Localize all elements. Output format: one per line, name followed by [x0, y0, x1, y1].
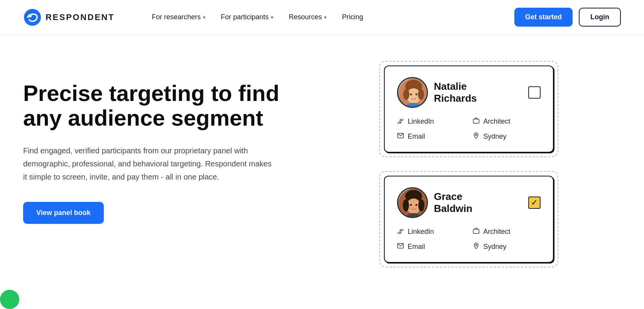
card-header-grace: Grace Baldwin: [397, 187, 541, 218]
checkbox-grace[interactable]: [528, 196, 541, 209]
detail-location-grace: Sydney: [473, 242, 541, 251]
logo-link[interactable]: RESPONDENT: [23, 8, 115, 27]
briefcase-svg: [473, 117, 480, 124]
name-grace: Grace Baldwin: [434, 191, 473, 215]
hero-section: Precise targeting to find any audience s…: [0, 35, 644, 308]
svg-point-6: [418, 89, 424, 100]
person-natalie: Natalie Richards: [397, 77, 477, 108]
email-svg: [397, 132, 404, 139]
email-svg-2: [397, 242, 404, 249]
nav-actions: Get started Login: [514, 8, 621, 27]
hero-left: Precise targeting to find any audience s…: [23, 65, 293, 224]
name-natalie: Natalie Richards: [434, 81, 477, 104]
location-svg-2: [473, 242, 480, 249]
nav-label-for-participants: For participants: [221, 13, 269, 21]
detail-job-natalie: Architect: [473, 117, 541, 126]
nav-item-pricing[interactable]: Pricing: [336, 9, 369, 25]
login-button[interactable]: Login: [579, 8, 621, 27]
detail-email-grace: Email: [397, 242, 465, 251]
participant-card-natalie: Natalie Richards 🖇 LinkedIn: [384, 65, 554, 153]
nav-item-resources[interactable]: Resources ▾: [282, 9, 333, 25]
svg-point-19: [415, 204, 417, 206]
logo-icon: [23, 8, 42, 27]
svg-point-12: [475, 134, 477, 136]
get-started-button[interactable]: Get started: [514, 8, 573, 27]
nav-label-pricing: Pricing: [342, 13, 363, 21]
navbar: RESPONDENT For researchers ▾ For partici…: [0, 0, 644, 35]
avatar-grace: [397, 187, 428, 218]
card-natalie: Natalie Richards 🖇 LinkedIn: [384, 65, 554, 153]
detail-linkedin-natalie: 🖇 LinkedIn: [397, 117, 465, 126]
location-icon: [473, 132, 480, 141]
green-circle-decoration: [0, 290, 19, 309]
detail-job-grace: Architect: [473, 227, 541, 236]
logo-text: RESPONDENT: [46, 12, 115, 22]
avatar-image-grace: [398, 188, 428, 218]
nav-item-for-participants[interactable]: For participants ▾: [215, 9, 279, 25]
card-header-natalie: Natalie Richards: [397, 77, 541, 108]
svg-point-18: [410, 204, 412, 206]
briefcase-svg-2: [473, 227, 480, 234]
nav-label-for-researchers: For researchers: [152, 13, 201, 21]
chevron-down-icon: ▾: [203, 15, 205, 20]
person-grace: Grace Baldwin: [397, 187, 473, 218]
email-icon: [397, 132, 404, 141]
participant-card-grace: Grace Baldwin 🖇 LinkedIn: [384, 176, 554, 263]
email-icon: [397, 242, 404, 251]
nav-links: For researchers ▾ For participants ▾ Res…: [145, 9, 514, 25]
chevron-down-icon: ▾: [324, 15, 326, 20]
svg-rect-10: [473, 119, 479, 123]
location-svg: [473, 132, 480, 139]
card-details-grace: 🖇 LinkedIn Architect: [397, 227, 541, 251]
briefcase-icon: [473, 117, 480, 126]
avatar-image-natalie: [398, 78, 428, 108]
detail-email-natalie: Email: [397, 132, 465, 141]
svg-point-8: [415, 94, 417, 96]
avatar-natalie: [397, 77, 428, 108]
svg-point-23: [475, 244, 477, 246]
checkbox-natalie[interactable]: [528, 86, 541, 99]
card-details-natalie: 🖇 LinkedIn Architect: [397, 117, 541, 141]
svg-point-16: [403, 199, 409, 212]
detail-location-natalie: Sydney: [473, 132, 541, 141]
svg-rect-21: [473, 229, 479, 233]
svg-point-0: [24, 9, 41, 26]
svg-point-7: [410, 94, 412, 96]
paperclip-icon: 🖇: [397, 228, 404, 236]
briefcase-icon: [473, 227, 480, 236]
card-grace: Grace Baldwin 🖇 LinkedIn: [384, 176, 554, 263]
nav-label-resources: Resources: [289, 13, 322, 21]
detail-linkedin-grace: 🖇 LinkedIn: [397, 227, 465, 236]
location-icon: [473, 242, 480, 251]
chevron-down-icon: ▾: [271, 15, 273, 20]
nav-item-for-researchers[interactable]: For researchers ▾: [145, 9, 211, 25]
svg-point-1: [29, 14, 32, 17]
svg-point-17: [418, 199, 424, 212]
hero-right: Natalie Richards 🖇 LinkedIn: [316, 65, 621, 263]
hero-title: Precise targeting to find any audience s…: [23, 81, 293, 130]
paperclip-icon: 🖇: [397, 118, 404, 126]
hero-description: Find engaged, verified participants from…: [23, 144, 274, 183]
view-panel-book-button[interactable]: View panel book: [23, 202, 104, 224]
svg-point-5: [403, 89, 409, 100]
